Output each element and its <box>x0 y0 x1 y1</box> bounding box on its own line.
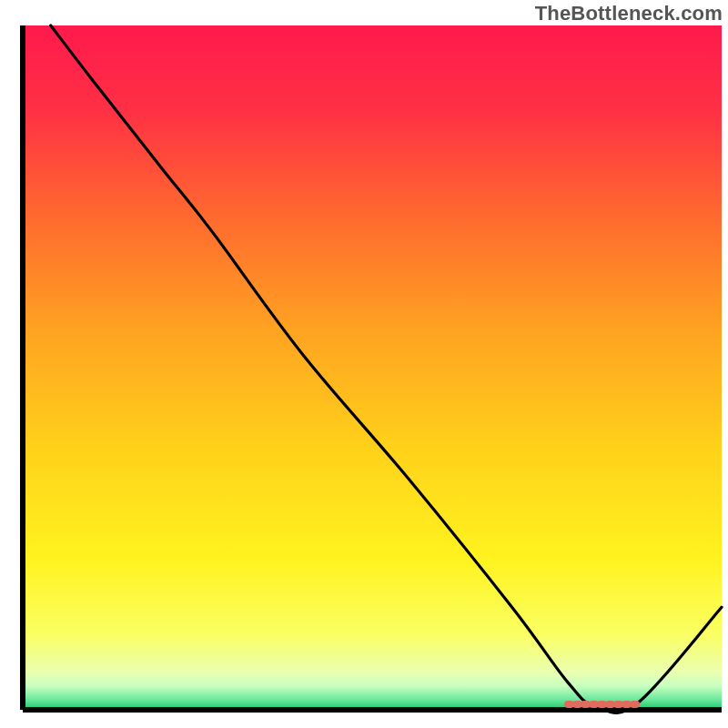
watermark-text: TheBottleneck.com <box>535 2 723 25</box>
bottleneck-chart <box>0 0 728 728</box>
chart-container: TheBottleneck.com <box>0 0 728 728</box>
plot-background-gradient <box>23 25 722 710</box>
